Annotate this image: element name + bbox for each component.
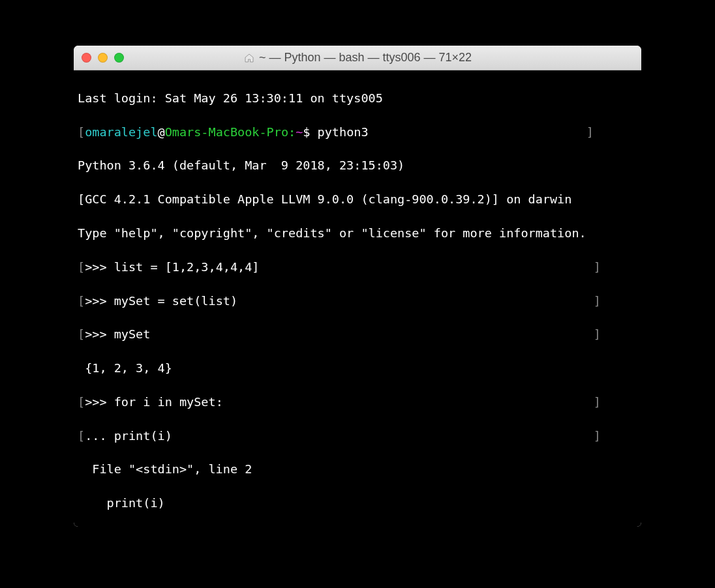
minimize-button[interactable] xyxy=(98,53,108,63)
prompt-path: ~ xyxy=(296,125,303,139)
bracket-left: [ xyxy=(78,294,85,308)
bracket-right: ] xyxy=(237,294,601,308)
bracket-left: [ xyxy=(78,260,85,274)
prompt-symbol: $ xyxy=(303,125,317,139)
prompt-user: omaralejel xyxy=(85,125,157,139)
bracket-left: [ xyxy=(78,327,85,341)
bracket-right: ] xyxy=(369,125,594,139)
bracket-right: ] xyxy=(150,327,601,341)
terminal-line: [GCC 4.2.1 Compatible Apple LLVM 9.0.0 (… xyxy=(78,191,637,208)
repl-prompt: >>> xyxy=(85,294,114,308)
repl-continuation: ... xyxy=(85,429,114,443)
terminal-line: {1, 2, 3, 4} xyxy=(78,360,637,377)
terminal-line: [>>> for i in mySet: ] xyxy=(78,394,637,411)
home-icon xyxy=(243,52,255,64)
bracket-left: [ xyxy=(78,429,85,443)
repl-input: list = [1,2,3,4,4,4] xyxy=(114,260,260,274)
last-login-text: Last login: Sat May 26 13:30:11 on ttys0… xyxy=(78,91,383,105)
bracket-left: [ xyxy=(78,395,85,409)
python-version-text: Python 3.6.4 (default, Mar 9 2018, 23:15… xyxy=(78,158,412,172)
bracket-left: [ xyxy=(78,125,85,139)
terminal-line: Last login: Sat May 26 13:30:11 on ttys0… xyxy=(78,90,637,107)
error-file-text: File "<stdin>", line 2 xyxy=(78,462,252,476)
error-print-text: print(i) xyxy=(78,496,165,510)
terminal-line: File "<stdin>", line 2 xyxy=(78,461,637,478)
terminal-line: [>>> mySet ] xyxy=(78,326,637,343)
repl-input: mySet = set(list) xyxy=(114,294,237,308)
window-titlebar[interactable]: ~ — Python — bash — ttys006 — 71×22 xyxy=(74,46,641,70)
output-text: {1, 2, 3, 4} xyxy=(78,361,172,375)
help-text: Type "help", "copyright", "credits" or "… xyxy=(78,226,586,240)
repl-prompt: >>> xyxy=(85,395,114,409)
bracket-right: ] xyxy=(259,260,600,274)
terminal-line: [>>> list = [1,2,3,4,4,4] ] xyxy=(78,259,637,276)
close-button[interactable] xyxy=(82,53,91,63)
command-text: python3 xyxy=(318,125,369,139)
traffic-lights xyxy=(82,53,124,63)
window-title: ~ — Python — bash — ttys006 — 71×22 xyxy=(74,51,641,65)
bracket-right: ] xyxy=(223,395,601,409)
terminal-line: [... print(i) ] xyxy=(78,428,637,445)
maximize-button[interactable] xyxy=(114,53,124,63)
bracket-right: ] xyxy=(172,429,601,443)
terminal-body[interactable]: Last login: Sat May 26 13:30:11 on ttys0… xyxy=(74,70,641,527)
prompt-host: Omars-MacBook-Pro: xyxy=(165,125,296,139)
repl-prompt: >>> xyxy=(85,260,114,274)
prompt-at: @ xyxy=(158,125,165,139)
terminal-line: Type "help", "copyright", "credits" or "… xyxy=(78,225,637,242)
window-title-text: ~ — Python — bash — ttys006 — 71×22 xyxy=(259,51,472,65)
repl-input: mySet xyxy=(114,327,151,341)
terminal-line: [omaralejel@Omars-MacBook-Pro:~$ python3… xyxy=(78,124,637,141)
terminal-line: Python 3.6.4 (default, Mar 9 2018, 23:15… xyxy=(78,157,637,174)
repl-input: print(i) xyxy=(114,429,172,443)
terminal-window: ~ — Python — bash — ttys006 — 71×22 Last… xyxy=(74,46,641,527)
repl-input: for i in mySet: xyxy=(114,395,223,409)
gcc-text: [GCC 4.2.1 Compatible Apple LLVM 9.0.0 (… xyxy=(78,192,571,206)
repl-prompt: >>> xyxy=(85,327,114,341)
terminal-line: print(i) xyxy=(78,495,637,512)
terminal-line: [>>> mySet = set(list) ] xyxy=(78,293,637,310)
